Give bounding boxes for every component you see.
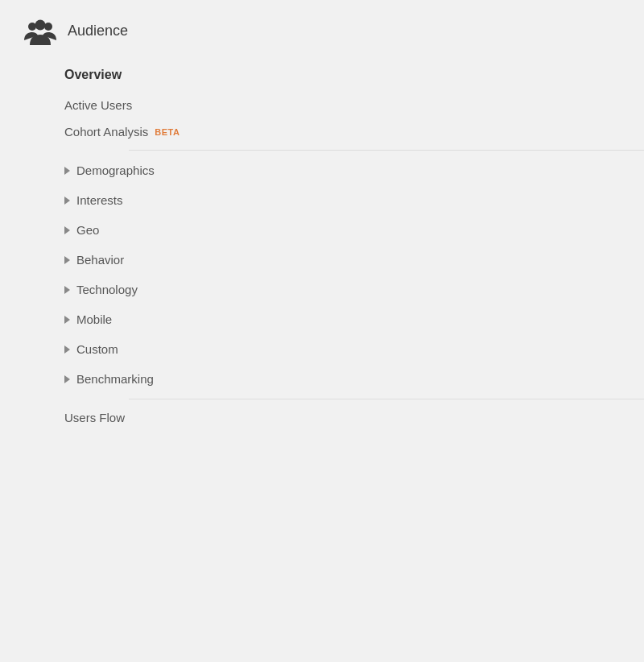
audience-icon	[24, 16, 56, 45]
nav-item-custom[interactable]: Custom	[64, 334, 644, 364]
divider-after-benchmarking	[129, 399, 644, 399]
chevron-interests-icon	[64, 197, 70, 205]
nav-item-active-users[interactable]: Active Users	[64, 92, 644, 118]
nav-item-geo[interactable]: Geo	[64, 215, 644, 245]
chevron-benchmarking-icon	[64, 375, 70, 383]
nav-item-cohort-analysis[interactable]: Cohort Analysis BETA	[64, 118, 644, 145]
mobile-link[interactable]: Mobile	[64, 312, 644, 326]
chevron-technology-icon	[64, 286, 70, 294]
nav-item-interests[interactable]: Interests	[64, 185, 644, 215]
nav-item-overview: Overview	[64, 61, 644, 89]
nav-item-users-flow[interactable]: Users Flow	[64, 404, 644, 431]
svg-point-1	[44, 23, 52, 31]
divider-after-cohort	[129, 150, 644, 151]
cohort-analysis-link[interactable]: Cohort Analysis BETA	[64, 125, 644, 139]
sidebar: Audience Overview Active Users Cohort An…	[0, 0, 644, 431]
interests-link[interactable]: Interests	[64, 193, 644, 207]
nav-item-demographics[interactable]: Demographics	[64, 155, 644, 185]
nav-item-technology[interactable]: Technology	[64, 275, 644, 304]
chevron-behavior-icon	[64, 256, 70, 264]
active-users-link[interactable]: Active Users	[64, 98, 644, 112]
svg-point-2	[35, 20, 46, 31]
nav-item-behavior[interactable]: Behavior	[64, 245, 644, 275]
custom-link[interactable]: Custom	[64, 342, 644, 356]
chevron-geo-icon	[64, 226, 70, 234]
demographics-link[interactable]: Demographics	[64, 163, 644, 177]
audience-header: Audience	[0, 0, 644, 61]
nav-item-mobile[interactable]: Mobile	[64, 304, 644, 334]
nav-list: Overview Active Users Cohort Analysis BE…	[0, 61, 644, 431]
geo-link[interactable]: Geo	[64, 223, 644, 237]
beta-badge: BETA	[155, 127, 180, 137]
behavior-link[interactable]: Behavior	[64, 253, 644, 267]
svg-point-0	[28, 23, 36, 31]
users-flow-link[interactable]: Users Flow	[64, 411, 644, 424]
audience-label: Audience	[68, 23, 128, 39]
nav-item-benchmarking[interactable]: Benchmarking	[64, 364, 644, 394]
benchmarking-link[interactable]: Benchmarking	[64, 372, 644, 386]
chevron-custom-icon	[64, 345, 70, 354]
chevron-mobile-icon	[64, 316, 70, 324]
chevron-demographics-icon	[64, 167, 70, 175]
technology-link[interactable]: Technology	[64, 283, 644, 296]
